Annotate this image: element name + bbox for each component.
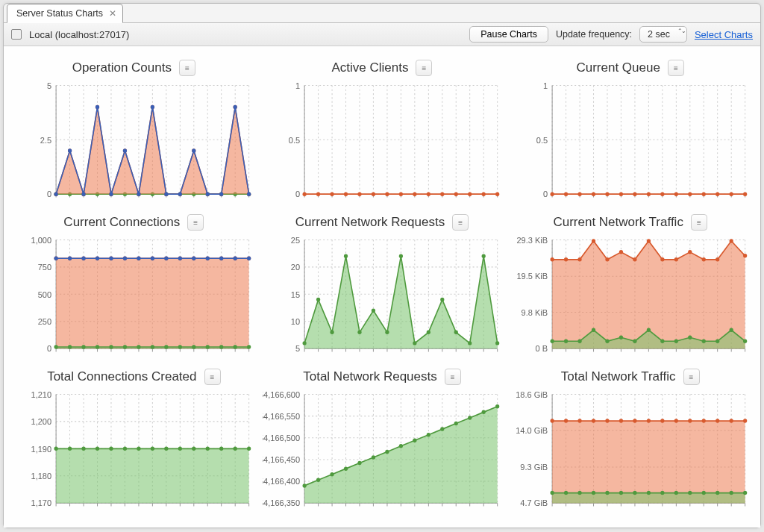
svg-point-518 (495, 404, 499, 408)
svg-point-327 (426, 331, 430, 334)
svg-text:14.0 GiB: 14.0 GiB (516, 426, 548, 435)
chart-card-total-connections-created: Total Connections Created ≡ 1,1701,1801,… (14, 369, 254, 514)
svg-point-509 (372, 455, 375, 459)
chart-menu-icon[interactable]: ≡ (416, 60, 432, 76)
svg-point-588 (743, 491, 747, 495)
select-charts-link[interactable]: Select Charts (695, 29, 753, 40)
chart-plot-total-network-requests: 54,166,35054,166,40054,166,45054,166,500… (263, 388, 502, 514)
chart-header: Active Clients ≡ (263, 60, 502, 76)
svg-point-332 (495, 341, 499, 345)
svg-point-263 (81, 256, 85, 260)
chart-menu-icon[interactable]: ≡ (668, 60, 684, 76)
svg-point-81 (234, 105, 237, 109)
svg-point-401 (730, 328, 733, 332)
svg-point-459 (247, 447, 251, 451)
svg-point-517 (481, 410, 485, 414)
svg-point-69 (68, 148, 72, 152)
chart-header: Current Queue ≡ (510, 60, 750, 76)
svg-point-564 (619, 419, 623, 422)
chart-title: Current Network Traffic (553, 215, 683, 230)
svg-point-320 (330, 331, 334, 334)
svg-point-273 (219, 256, 223, 260)
svg-point-183 (674, 192, 678, 195)
svg-point-135 (495, 192, 499, 195)
svg-point-184 (689, 192, 692, 195)
chart-plot-current-network-requests: 510152025 (263, 234, 502, 360)
svg-point-582 (661, 491, 665, 495)
svg-text:54,166,450: 54,166,450 (263, 455, 300, 464)
svg-text:54,166,500: 54,166,500 (263, 434, 300, 442)
svg-text:54,166,350: 54,166,350 (263, 498, 300, 507)
chart-menu-icon[interactable]: ≡ (445, 369, 461, 385)
pause-charts-button[interactable]: Pause Charts (469, 26, 548, 43)
tab-server-status[interactable]: Server Status Charts ✕ (7, 4, 123, 23)
chart-menu-icon[interactable]: ≡ (683, 369, 700, 385)
svg-point-507 (344, 466, 348, 470)
chart-menu-icon[interactable]: ≡ (179, 60, 195, 76)
update-frequency-label: Update frequency: (556, 29, 632, 40)
svg-point-176 (578, 192, 582, 195)
chart-plot-current-queue: 00.51 (510, 79, 750, 205)
svg-text:54,166,600: 54,166,600 (263, 389, 300, 398)
svg-point-267 (137, 256, 140, 260)
update-frequency-select[interactable]: 2 sec (639, 26, 687, 43)
svg-point-504 (302, 484, 306, 487)
svg-text:19.5 KiB: 19.5 KiB (517, 272, 548, 281)
chart-plot-current-network-traffic: 0 B9.8 KiB19.5 KiB29.3 KiB (510, 234, 750, 360)
svg-point-447 (81, 447, 85, 451)
svg-text:1,170: 1,170 (31, 498, 52, 507)
svg-text:9.3 GiB: 9.3 GiB (521, 463, 548, 472)
svg-point-581 (647, 491, 651, 495)
svg-point-181 (647, 192, 651, 195)
svg-point-268 (151, 256, 154, 260)
svg-point-321 (344, 254, 348, 258)
tab-title: Server Status Charts (16, 8, 103, 19)
svg-point-580 (633, 491, 637, 495)
svg-point-388 (551, 339, 554, 343)
svg-point-394 (633, 339, 637, 343)
svg-point-188 (743, 192, 747, 195)
chart-header: Current Connections ≡ (14, 214, 254, 231)
chart-title: Current Connections (63, 215, 180, 230)
svg-point-514 (440, 427, 444, 431)
chart-menu-icon[interactable]: ≡ (187, 214, 204, 231)
svg-point-254 (164, 345, 168, 348)
svg-point-396 (661, 339, 665, 343)
svg-point-573 (743, 419, 747, 422)
svg-point-329 (454, 331, 457, 334)
svg-point-178 (606, 192, 610, 195)
svg-point-382 (674, 257, 678, 261)
svg-text:2.5: 2.5 (40, 135, 51, 144)
svg-text:29.3 KiB: 29.3 KiB (517, 235, 548, 244)
svg-point-456 (206, 447, 210, 451)
svg-point-586 (716, 491, 719, 495)
svg-point-561 (578, 419, 582, 422)
svg-point-264 (96, 256, 99, 260)
chart-menu-icon[interactable]: ≡ (691, 214, 707, 231)
svg-point-82 (247, 192, 251, 195)
chart-title: Total Network Traffic (561, 369, 676, 384)
close-icon[interactable]: ✕ (109, 8, 116, 19)
svg-point-386 (730, 239, 733, 242)
svg-point-392 (606, 339, 610, 343)
chart-header: Current Network Traffic ≡ (510, 214, 750, 231)
svg-point-380 (647, 239, 651, 242)
svg-point-318 (302, 341, 306, 345)
svg-point-458 (234, 447, 237, 451)
chart-card-current-connections: Current Connections ≡ 02505007501,000 (14, 214, 254, 360)
svg-text:4.7 GiB: 4.7 GiB (521, 498, 548, 507)
svg-point-397 (674, 339, 678, 343)
svg-point-575 (564, 491, 568, 495)
chart-title: Active Clients (332, 60, 409, 75)
chart-plot-total-connections-created: 1,1701,1801,1901,2001,210 (14, 388, 254, 514)
svg-point-134 (481, 192, 485, 195)
svg-point-319 (316, 298, 320, 301)
svg-point-76 (164, 192, 168, 195)
svg-point-132 (454, 192, 457, 195)
svg-point-262 (68, 256, 72, 260)
svg-point-583 (674, 491, 678, 495)
chart-menu-icon[interactable]: ≡ (452, 214, 469, 231)
chart-menu-icon[interactable]: ≡ (204, 369, 221, 385)
svg-point-326 (413, 341, 416, 345)
svg-point-249 (96, 345, 99, 348)
